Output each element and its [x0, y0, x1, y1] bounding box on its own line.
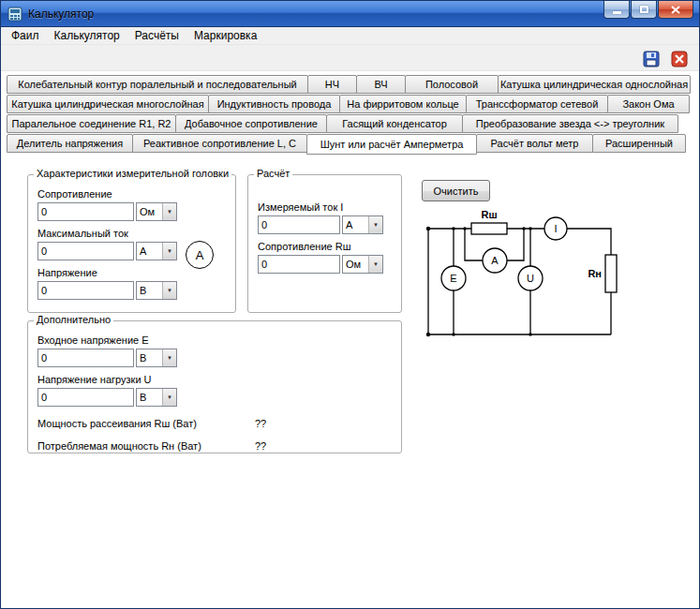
load-resistor-label: Rн	[588, 268, 602, 279]
shunt-resistance-field: Сопротивление Rш Ом ▼	[258, 241, 392, 274]
voltage-unit-combo[interactable]: В ▼	[136, 281, 177, 300]
tab-row-1: Колебательный контур поралельный и после…	[7, 75, 699, 95]
shunt-power-row: Мощность рассеивания Rш (Ват) ??	[37, 418, 392, 429]
app-window: Калькулятор Фаил Калькулятор Расчёты Мар…	[0, 0, 700, 609]
titlebar: Калькулятор	[1, 1, 699, 27]
resistance-input[interactable]	[37, 202, 134, 221]
tab-page-shunt-ammeter: Характеристики измерительной головки Соп…	[1, 154, 699, 609]
tab-wire-inductance[interactable]: Индуктивность провода	[208, 95, 340, 113]
menubar: Фаил Калькулятор Расчёты Маркировка	[1, 27, 699, 45]
max-current-unit-combo[interactable]: А ▼	[136, 242, 177, 260]
tab-parallel-r1-r2[interactable]: Паралельное соединение R1, R2	[7, 114, 176, 133]
voltage-field: Напряжение В ▼	[37, 267, 226, 300]
tab-row-4: Делитель напряжения Реактивное сопротивл…	[7, 134, 699, 154]
input-voltage-label: Входное напряжение E	[37, 334, 392, 346]
chevron-down-icon: ▼	[162, 203, 176, 220]
menu-file[interactable]: Фаил	[4, 28, 47, 43]
source-label: E	[450, 273, 456, 284]
circuit-diagram: Rш I А E U Rн	[423, 206, 629, 342]
window-title: Калькулятор	[28, 7, 94, 21]
shunt-power-value: ??	[255, 418, 266, 429]
voltage-input[interactable]	[37, 281, 134, 300]
app-icon	[7, 7, 22, 22]
chevron-down-icon: ▼	[162, 389, 176, 406]
tab-star-delta[interactable]: Преобразование звезда <-> треуголник	[462, 114, 678, 133]
ammeter-symbol: А	[186, 241, 214, 269]
tab-reactance-lc[interactable]: Реактивное сопротивление L, C	[132, 134, 307, 153]
toolbar	[1, 45, 699, 71]
load-power-value: ??	[255, 440, 266, 452]
head-meter-label: А	[491, 255, 499, 266]
load-power-label: Потребляемая мощность Rн (Ват)	[37, 440, 255, 452]
measured-current-unit-combo[interactable]: А ▼	[342, 215, 383, 234]
save-button[interactable]	[641, 49, 662, 69]
shunt-resistance-unit-combo[interactable]: Ом ▼	[342, 255, 383, 274]
additional-group: Дополнительно Входное напряжение E В ▼ Н…	[27, 320, 402, 453]
minimize-icon	[613, 11, 621, 14]
shunt-resistance-label: Сопротивление Rш	[258, 241, 392, 252]
tab-coil-single-layer[interactable]: Катушка цилиндрическая однослойная	[498, 75, 691, 94]
chevron-down-icon: ▼	[162, 243, 176, 260]
load-voltage-field: Напряжение нагрузки U В ▼	[37, 374, 392, 407]
shunt-resistance-input[interactable]	[258, 255, 340, 274]
tab-quenching-capacitor[interactable]: Гасящий конденсатор	[326, 114, 463, 133]
measured-current-label: Измеряемый ток I	[258, 201, 392, 213]
tab-voltmeter-calc[interactable]: Расчёт вольт метр	[476, 134, 593, 153]
tab-row-2: Катушка цилиндрическая многослойная Инду…	[7, 95, 699, 114]
maximize-icon	[640, 6, 648, 13]
tab-mains-transformer[interactable]: Транссформатор сетевой	[466, 95, 608, 113]
close-button[interactable]	[658, 1, 693, 19]
shunt-power-label: Мощность рассеивания Rш (Ват)	[37, 418, 255, 429]
minimize-button[interactable]	[603, 1, 630, 19]
calc-group-legend: Расчёт	[254, 168, 292, 179]
chevron-down-icon: ▼	[162, 349, 176, 366]
shunt-resistor-label: Rш	[481, 209, 497, 220]
menu-calculator[interactable]: Калькулятор	[47, 28, 127, 43]
resistance-field: Сопротивление Ом ▼	[37, 188, 226, 221]
tab-series-resistor[interactable]: Добавочное сопротивление	[175, 114, 327, 133]
current-meter-label: I	[554, 223, 557, 234]
save-icon	[643, 51, 660, 67]
window-controls	[603, 1, 693, 19]
toolbar-close-icon	[671, 51, 688, 67]
close-icon	[671, 6, 680, 14]
chevron-down-icon: ▼	[368, 216, 382, 233]
measured-current-field: Измеряемый ток I А ▼	[258, 201, 392, 234]
max-current-label: Максимальный ток	[37, 228, 226, 239]
tab-shunt-ammeter[interactable]: Шунт или расчёт Амперметра	[306, 134, 477, 155]
maximize-button[interactable]	[631, 1, 657, 19]
tab-ohms-law[interactable]: Закон Ома	[607, 95, 690, 113]
input-voltage-field: Входное напряжение E В ▼	[37, 334, 392, 367]
load-voltage-input[interactable]	[37, 388, 134, 407]
meter-head-group-legend: Характеристики измерительной головки	[34, 168, 231, 179]
tab-lc-circuit[interactable]: Колебательный контур поралельный и после…	[7, 75, 308, 94]
meter-head-group: Характеристики измерительной головки Соп…	[27, 174, 236, 313]
voltmeter-label: U	[527, 273, 534, 284]
input-voltage-input[interactable]	[37, 349, 134, 367]
resistance-label: Сопротивление	[37, 188, 226, 200]
calc-group: Расчёт Измеряемый ток I А ▼ Сопротивлени…	[247, 174, 402, 313]
tab-lowpass[interactable]: НЧ	[307, 75, 357, 94]
tab-bandpass[interactable]: Полосовой	[405, 75, 499, 94]
toolbar-close-button[interactable]	[669, 49, 690, 69]
load-power-row: Потребляемая мощность Rн (Ват) ??	[37, 440, 392, 452]
tab-row-3: Паралельное соединение R1, R2 Добавочное…	[7, 114, 699, 134]
measured-current-input[interactable]	[258, 215, 340, 234]
max-current-input[interactable]	[37, 242, 134, 260]
input-voltage-unit-combo[interactable]: В ▼	[136, 349, 177, 367]
resistance-unit-combo[interactable]: Ом ▼	[136, 202, 177, 221]
tab-ferrite-ring[interactable]: На фирритовом кольце	[339, 95, 467, 113]
chevron-down-icon: ▼	[162, 282, 176, 299]
tab-voltage-divider[interactable]: Делитель напряжения	[7, 134, 133, 153]
load-voltage-unit-combo[interactable]: В ▼	[136, 388, 177, 407]
chevron-down-icon: ▼	[368, 256, 382, 273]
load-voltage-label: Напряжение нагрузки U	[37, 374, 392, 385]
tab-highpass[interactable]: ВЧ	[356, 75, 406, 94]
menu-marking[interactable]: Маркировка	[186, 28, 264, 43]
clear-button[interactable]: Очистить	[422, 180, 490, 201]
menu-calculations[interactable]: Расчёты	[127, 28, 186, 43]
tabstrip: Колебательный контур поралельный и после…	[1, 71, 699, 154]
tab-extended[interactable]: Расширенный	[592, 134, 686, 153]
tab-coil-multi-layer[interactable]: Катушка цилиндрическая многослойная	[7, 95, 209, 113]
additional-group-legend: Дополнительно	[34, 314, 113, 325]
